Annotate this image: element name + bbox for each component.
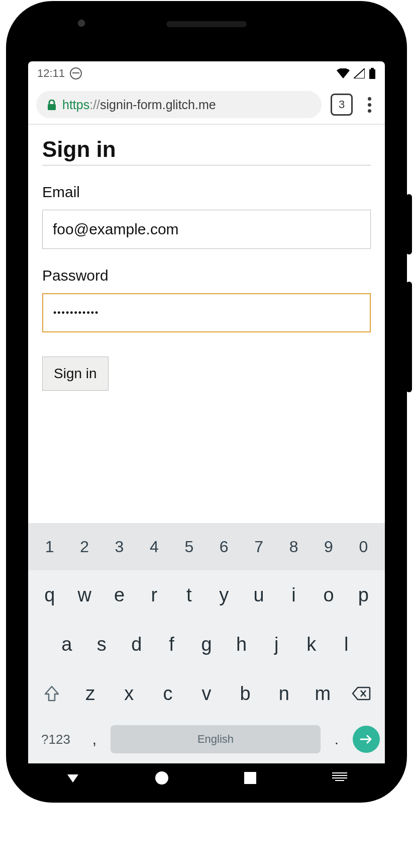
email-label: Email: [42, 184, 371, 201]
key-f[interactable]: f: [154, 629, 189, 660]
page-title: Sign in: [42, 137, 371, 162]
key-8[interactable]: 8: [276, 531, 311, 562]
backspace-icon: [352, 686, 371, 701]
email-input[interactable]: foo@example.com: [42, 210, 371, 249]
keyboard-icon: [332, 772, 347, 784]
nav-back-button[interactable]: [66, 771, 79, 785]
key-d[interactable]: d: [119, 629, 154, 660]
screen: 12:11 https:: [28, 61, 385, 763]
shift-icon: [44, 685, 59, 702]
menu-button[interactable]: [362, 97, 377, 113]
browser-toolbar: https://signin-form.glitch.me 3: [28, 85, 385, 125]
arrow-right-icon: [360, 735, 373, 744]
url-host: signin-form.glitch.me: [100, 98, 216, 112]
tab-count: 3: [339, 98, 345, 111]
svg-rect-2: [48, 104, 56, 110]
key-m[interactable]: m: [303, 678, 342, 709]
key-3[interactable]: 3: [102, 531, 137, 562]
key-h[interactable]: h: [224, 629, 259, 660]
nav-keyboard-button[interactable]: [332, 772, 347, 784]
cell-signal-icon: [354, 68, 365, 78]
nav-home-button[interactable]: [155, 771, 168, 785]
keyboard-row-3: z x c v b n m: [28, 669, 385, 718]
key-symbols[interactable]: ?123: [33, 732, 78, 747]
do-not-disturb-icon: [70, 67, 82, 79]
sign-in-label: Sign in: [54, 366, 97, 382]
key-comma[interactable]: ,: [84, 731, 105, 748]
key-i[interactable]: i: [276, 579, 311, 611]
key-k[interactable]: k: [294, 629, 329, 660]
key-c[interactable]: c: [148, 678, 187, 709]
tab-switcher-button[interactable]: 3: [331, 94, 353, 116]
svg-rect-0: [371, 68, 374, 69]
key-a[interactable]: a: [49, 629, 84, 660]
lock-icon: [47, 99, 56, 110]
divider: [42, 165, 371, 165]
key-g[interactable]: g: [189, 629, 224, 660]
key-2[interactable]: 2: [67, 531, 101, 562]
battery-icon: [369, 68, 376, 79]
key-space[interactable]: English: [111, 725, 321, 753]
key-r[interactable]: r: [137, 579, 171, 611]
svg-rect-5: [332, 777, 347, 778]
android-nav-bar: [28, 763, 385, 793]
phone-side-button: [406, 282, 412, 392]
email-value: foo@example.com: [53, 221, 179, 238]
dot-icon: [368, 103, 371, 107]
key-j[interactable]: j: [259, 629, 294, 660]
status-time: 12:11: [37, 67, 65, 80]
key-period[interactable]: .: [327, 731, 347, 748]
key-4[interactable]: 4: [137, 531, 171, 562]
phone-side-button: [406, 194, 412, 254]
keyboard-row-1: q w e r t y u i o p: [28, 570, 385, 620]
wifi-icon: [337, 68, 350, 78]
key-n[interactable]: n: [265, 678, 303, 709]
password-label: Password: [42, 267, 371, 284]
key-7[interactable]: 7: [241, 531, 276, 562]
email-field-group: Email foo@example.com: [42, 184, 371, 249]
space-label: English: [197, 733, 234, 746]
keyboard-bottom-row: ?123 , English .: [28, 718, 385, 763]
key-b[interactable]: b: [226, 678, 265, 709]
key-backspace[interactable]: [342, 678, 381, 709]
key-x[interactable]: x: [110, 678, 148, 709]
url-slashes: ://: [89, 98, 100, 112]
soft-keyboard: 1 2 3 4 5 6 7 8 9 0 q w e r t y u i o: [28, 523, 385, 763]
keyboard-number-row: 1 2 3 4 5 6 7 8 9 0: [28, 523, 385, 570]
url-protocol: https: [62, 98, 89, 112]
svg-rect-4: [332, 775, 347, 776]
key-5[interactable]: 5: [172, 531, 206, 562]
nav-recents-button[interactable]: [244, 772, 256, 784]
dot-icon: [368, 109, 371, 113]
svg-rect-3: [332, 772, 347, 773]
key-y[interactable]: y: [206, 579, 241, 611]
svg-rect-1: [369, 69, 375, 79]
key-e[interactable]: e: [102, 579, 137, 611]
password-field-group: Password •••••••••••: [42, 267, 371, 332]
key-z[interactable]: z: [71, 678, 110, 709]
key-p[interactable]: p: [346, 579, 381, 611]
key-shift[interactable]: [32, 678, 71, 709]
key-6[interactable]: 6: [206, 531, 241, 562]
keyboard-row-2: a s d f g h j k l: [28, 620, 385, 669]
url-bar[interactable]: https://signin-form.glitch.me: [36, 91, 322, 118]
phone-speaker: [166, 21, 247, 27]
key-0[interactable]: 0: [346, 531, 381, 562]
triangle-down-icon: [66, 771, 79, 785]
key-enter[interactable]: [353, 726, 380, 753]
key-l[interactable]: l: [329, 629, 364, 660]
key-v[interactable]: v: [187, 678, 226, 709]
password-input[interactable]: •••••••••••: [42, 293, 371, 332]
key-s[interactable]: s: [84, 629, 120, 660]
password-value: •••••••••••: [53, 308, 99, 318]
key-9[interactable]: 9: [311, 531, 346, 562]
key-w[interactable]: w: [67, 579, 101, 611]
key-o[interactable]: o: [311, 579, 346, 611]
key-t[interactable]: t: [172, 579, 206, 611]
key-u[interactable]: u: [241, 579, 276, 611]
sign-in-button[interactable]: Sign in: [42, 357, 109, 391]
dot-icon: [368, 97, 371, 101]
phone-frame: 12:11 https:: [7, 2, 406, 802]
key-1[interactable]: 1: [32, 531, 67, 562]
key-q[interactable]: q: [32, 579, 67, 611]
